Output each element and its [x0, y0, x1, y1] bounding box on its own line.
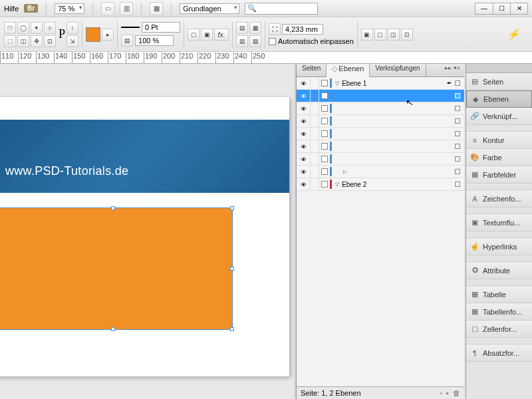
- fit-icon[interactable]: ▢: [374, 29, 386, 41]
- panel-button[interactable]: ✪Attribute: [466, 262, 532, 279]
- fit-icon[interactable]: ◫: [388, 29, 400, 41]
- lock-cell[interactable]: [310, 178, 319, 190]
- panel-button[interactable]: AZeichenfo...: [466, 190, 532, 207]
- select-square[interactable]: [455, 80, 460, 86]
- stroke-weight-field[interactable]: 0 Pt: [142, 22, 180, 33]
- select-square[interactable]: [455, 156, 460, 162]
- expand-icon[interactable]: ⚡: [507, 28, 528, 41]
- lock-cell[interactable]: [310, 128, 319, 140]
- lock-cell[interactable]: [310, 77, 319, 89]
- tab-links[interactable]: Verknüpfungen: [370, 64, 426, 76]
- lock-cell[interactable]: [310, 102, 319, 114]
- panel-button[interactable]: ▦Tabellenfo...: [466, 303, 532, 321]
- arrange-icon[interactable]: ▦: [150, 2, 163, 15]
- crop-icon[interactable]: ⛶: [269, 23, 281, 35]
- banner-rect[interactable]: www.PSD-Tutorials.de: [0, 120, 289, 193]
- panel-button[interactable]: ◆Ebenen: [466, 90, 532, 108]
- maximize-button[interactable]: ☐: [493, 3, 510, 14]
- layer-row[interactable]: [297, 90, 464, 102]
- opacity-field[interactable]: 100 %: [135, 35, 174, 46]
- lock-cell[interactable]: [310, 115, 319, 127]
- new-layer-icon[interactable]: ▪: [446, 389, 449, 397]
- minimize-button[interactable]: —: [475, 3, 493, 14]
- tool-icon[interactable]: ⊹: [44, 22, 56, 34]
- lock-cell[interactable]: [310, 166, 319, 178]
- select-square[interactable]: [455, 169, 460, 174]
- layer-row[interactable]: [297, 115, 464, 128]
- lock-cell[interactable]: [310, 153, 319, 165]
- layer-row[interactable]: ▽ Ebene 2: [297, 178, 464, 191]
- trash-icon[interactable]: 🗑: [453, 389, 460, 397]
- corner-icon[interactable]: ▢: [188, 29, 200, 41]
- lock-cell[interactable]: [310, 140, 319, 152]
- workspace-combo[interactable]: Grundlagen: [180, 3, 239, 14]
- new-page-icon[interactable]: ▫: [440, 389, 442, 397]
- tool-icon[interactable]: ✦: [31, 22, 43, 34]
- view-options-icon[interactable]: ▥: [120, 2, 133, 15]
- select-square[interactable]: [455, 144, 460, 149]
- select-square[interactable]: [455, 182, 460, 187]
- tool-icon[interactable]: ↕: [66, 22, 78, 34]
- wrap-icon[interactable]: ▥: [236, 35, 248, 47]
- visibility-icon[interactable]: [297, 104, 310, 112]
- tool-icon[interactable]: ◫: [17, 35, 29, 47]
- canvas[interactable]: www.PSD-Tutorials.de Seiten ◇Ebenen Verk…: [0, 64, 466, 399]
- visibility-icon[interactable]: [297, 155, 310, 163]
- help-menu[interactable]: Hilfe: [4, 5, 19, 13]
- select-square[interactable]: [455, 131, 460, 136]
- panel-button[interactable]: ▦Farbfelder: [466, 166, 532, 184]
- collapse-icon[interactable]: ▸▸ ▾≡: [441, 64, 464, 76]
- wrap-icon[interactable]: ▤: [236, 22, 248, 34]
- panel-button[interactable]: ▣Textumflu...: [466, 214, 532, 231]
- tool-icon[interactable]: ⇲: [66, 35, 78, 47]
- tool-icon[interactable]: ⬚: [4, 35, 16, 47]
- layer-row[interactable]: [297, 128, 464, 140]
- search-input[interactable]: 🔍: [245, 3, 318, 15]
- visibility-icon[interactable]: [297, 117, 310, 125]
- fit-icon[interactable]: ▣: [361, 29, 373, 41]
- page[interactable]: www.PSD-Tutorials.de: [0, 97, 289, 376]
- panel-button[interactable]: 🔗Verknüpf...: [466, 108, 532, 125]
- panel-button[interactable]: ▢Zellenfor...: [466, 321, 532, 338]
- effects-icon[interactable]: ▣: [201, 29, 213, 41]
- tool-icon[interactable]: ◯: [17, 22, 29, 34]
- visibility-icon[interactable]: [297, 130, 310, 138]
- select-square[interactable]: [455, 93, 460, 98]
- bridge-button[interactable]: Br: [24, 4, 38, 13]
- swap-icon[interactable]: ▸: [102, 29, 114, 41]
- layer-row[interactable]: [297, 153, 464, 166]
- visibility-icon[interactable]: [297, 180, 310, 188]
- panel-button[interactable]: ▤Seiten: [466, 73, 532, 90]
- lock-cell[interactable]: [310, 90, 319, 102]
- autofit-checkbox[interactable]: Automatisch einpassen: [269, 37, 354, 45]
- selected-rectangle[interactable]: [0, 207, 233, 330]
- screen-mode-icon[interactable]: ▭: [101, 2, 114, 15]
- panel-button[interactable]: ▦Tabelle: [466, 286, 532, 303]
- select-square[interactable]: [455, 106, 460, 111]
- wrap-icon[interactable]: ▦: [249, 22, 261, 34]
- layer-row[interactable]: ▽ Ebene 1 ✒: [297, 77, 464, 90]
- dimension-field[interactable]: 4,233 mm: [282, 24, 323, 35]
- select-square[interactable]: [455, 118, 460, 124]
- tool-icon[interactable]: ❖: [31, 35, 43, 47]
- close-button[interactable]: ✕: [510, 3, 527, 14]
- visibility-icon[interactable]: [297, 79, 310, 87]
- tool-icon[interactable]: ⬭: [4, 22, 16, 34]
- panel-button[interactable]: ☝Hyperlinks: [466, 238, 532, 255]
- fill-swatch[interactable]: [86, 27, 100, 42]
- layer-row[interactable]: ▷: [297, 166, 464, 178]
- tab-layers[interactable]: ◇Ebenen: [327, 64, 370, 77]
- visibility-icon[interactable]: [297, 168, 310, 176]
- tool-icon[interactable]: ⊡: [44, 35, 56, 47]
- panel-button[interactable]: ¶Absatzfor...: [466, 344, 532, 362]
- type-tool[interactable]: P: [59, 27, 65, 41]
- panel-button[interactable]: 🎨Farbe: [466, 149, 532, 166]
- fit-icon[interactable]: ⊡: [401, 29, 413, 41]
- zoom-combo[interactable]: 75 %: [55, 3, 84, 14]
- layer-row[interactable]: [297, 102, 464, 115]
- wrap-icon[interactable]: ▧: [249, 35, 261, 47]
- visibility-icon[interactable]: [297, 92, 310, 100]
- fx-button[interactable]: fx.: [214, 29, 229, 41]
- tab-pages[interactable]: Seiten: [297, 64, 327, 76]
- visibility-icon[interactable]: [297, 142, 310, 150]
